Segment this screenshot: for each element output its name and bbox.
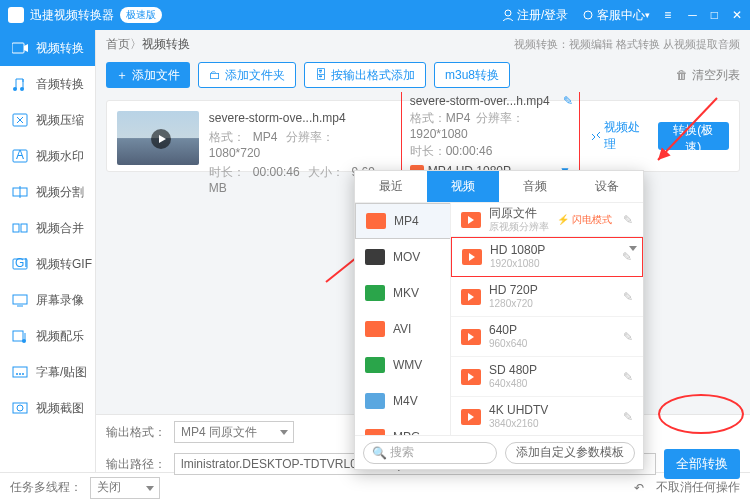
bgm-icon (12, 329, 28, 343)
format-item-mpg[interactable]: MPG (355, 419, 450, 435)
sidebar-item-merge[interactable]: 视频合并 (0, 210, 95, 246)
breadcrumb-desc: 视频转换：视频编辑 格式转换 从视频提取音频 (514, 37, 740, 52)
edit-preset-icon[interactable]: ✎ (623, 410, 633, 424)
format-icon (365, 285, 385, 301)
format-icon (365, 357, 385, 373)
svg-point-4 (20, 87, 24, 91)
search-input[interactable]: 🔍 搜索 (363, 442, 497, 464)
customer-service-button[interactable]: 客服中心▾ (582, 7, 650, 24)
preset-item[interactable]: 4K UHDTV3840x2160✎ (451, 397, 643, 435)
edit-preset-icon[interactable]: ✎ (623, 370, 633, 384)
file-name: severe-storm-ove...h.mp4 (209, 111, 391, 125)
menu-button[interactable]: ≡ (664, 8, 672, 22)
breadcrumb-home[interactable]: 首页 (106, 36, 130, 53)
svg-rect-16 (13, 331, 23, 341)
app-logo (8, 7, 24, 23)
undo-label: 不取消任何操作 (656, 479, 740, 496)
preset-icon (461, 369, 481, 385)
format-item-wmv[interactable]: WMV (355, 347, 450, 383)
output-format-select[interactable]: MP4 同原文件 (174, 421, 294, 443)
format-item-mkv[interactable]: MKV (355, 275, 450, 311)
preset-list: 同原文件原视频分辨率⚡ 闪电模式✎HD 1080P1920x1080✎HD 72… (451, 203, 643, 435)
m3u8-button[interactable]: m3u8转换 (434, 62, 510, 88)
svg-point-21 (22, 373, 24, 375)
sidebar-item-to-gif[interactable]: GIF视频转GIF (0, 246, 95, 282)
preset-item[interactable]: SD 480P640x480✎ (451, 357, 643, 397)
sidebar-item-split[interactable]: 视频分割 (0, 174, 95, 210)
svg-rect-14 (13, 295, 27, 304)
minimize-button[interactable]: ─ (688, 8, 697, 22)
format-item-m4v[interactable]: M4V (355, 383, 450, 419)
compress-icon (12, 113, 28, 127)
tab-audio[interactable]: 音频 (499, 171, 571, 202)
breadcrumb-current: 视频转换 (142, 36, 190, 53)
play-icon (151, 129, 171, 149)
format-icon (365, 393, 385, 409)
svg-point-0 (505, 10, 511, 16)
record-icon (12, 293, 28, 307)
svg-rect-2 (12, 43, 24, 53)
svg-point-3 (13, 87, 17, 91)
tab-recent[interactable]: 最近 (355, 171, 427, 202)
edit-preset-icon[interactable]: ✎ (623, 290, 633, 304)
sidebar-item-audio-convert[interactable]: 音频转换 (0, 66, 95, 102)
convert-button[interactable]: 转换(极速) (658, 122, 729, 150)
svg-point-1 (584, 11, 592, 19)
tab-video[interactable]: 视频 (427, 171, 499, 202)
format-item-mov[interactable]: MOV (355, 239, 450, 275)
convert-all-button[interactable]: 全部转换 (664, 449, 740, 479)
sidebar-item-screenshot[interactable]: 视频截图 (0, 390, 95, 426)
audio-icon (12, 77, 28, 91)
output-path-label: 输出路径： (106, 456, 166, 473)
video-thumbnail[interactable] (117, 111, 199, 165)
format-list: MP4MOVMKVAVIWMVM4VMPG (355, 203, 451, 435)
titlebar: 迅捷视频转换器 极速版 注册/登录 客服中心▾ ≡ ─ □ ✕ (0, 0, 750, 30)
output-format-label: 输出格式： (106, 424, 166, 441)
sidebar-item-screen-record[interactable]: 屏幕录像 (0, 282, 95, 318)
sidebar-item-subtitle[interactable]: 字幕/贴图 (0, 354, 95, 390)
maximize-button[interactable]: □ (711, 8, 718, 22)
format-icon (366, 213, 386, 229)
preset-item[interactable]: HD 720P1280x720✎ (451, 277, 643, 317)
search-icon: 🔍 (372, 446, 387, 460)
preset-item[interactable]: 640P960x640✎ (451, 317, 643, 357)
svg-text:GIF: GIF (15, 257, 28, 270)
add-folder-button[interactable]: 🗀 添加文件夹 (198, 62, 296, 88)
preset-icon (462, 249, 482, 265)
edit-output-name-icon[interactable]: ✎ (563, 94, 573, 108)
add-file-button[interactable]: ＋ 添加文件 (106, 62, 190, 88)
undo-icon: ↶ (634, 481, 644, 495)
svg-point-20 (19, 373, 21, 375)
preset-item[interactable]: 同原文件原视频分辨率⚡ 闪电模式✎ (451, 203, 643, 237)
add-by-format-button[interactable]: 🗄 按输出格式添加 (304, 62, 426, 88)
preset-icon (461, 329, 481, 345)
sidebar-item-watermark[interactable]: A视频水印 (0, 138, 95, 174)
clear-list-button[interactable]: 🗑清空列表 (676, 67, 740, 84)
register-login-button[interactable]: 注册/登录 (502, 7, 568, 24)
add-template-button[interactable]: 添加自定义参数模板 (505, 442, 635, 464)
edit-preset-icon[interactable]: ✎ (623, 213, 633, 227)
svg-point-19 (16, 373, 18, 375)
video-icon (12, 41, 28, 55)
preset-icon (461, 409, 481, 425)
format-icon (365, 249, 385, 265)
edition-badge: 极速版 (120, 7, 162, 23)
edit-preset-icon[interactable]: ✎ (623, 330, 633, 344)
sidebar-item-video-convert[interactable]: 视频转换 (0, 30, 95, 66)
format-item-avi[interactable]: AVI (355, 311, 450, 347)
task-thread-select[interactable]: 关闭 (90, 477, 160, 499)
format-item-mp4[interactable]: MP4 (355, 203, 451, 239)
tab-device[interactable]: 设备 (571, 171, 643, 202)
breadcrumb: 首页 〉 视频转换 视频转换：视频编辑 格式转换 从视频提取音频 (96, 30, 750, 58)
preset-item[interactable]: HD 1080P1920x1080✎ (451, 237, 643, 277)
svg-rect-11 (21, 224, 27, 232)
sidebar-item-video-compress[interactable]: 视频压缩 (0, 102, 95, 138)
video-process-button[interactable]: 视频处理 (590, 119, 648, 153)
edit-preset-icon[interactable]: ✎ (622, 250, 632, 264)
preset-icon (461, 212, 481, 228)
close-button[interactable]: ✕ (732, 8, 742, 22)
task-thread-label: 任务多线程： (10, 479, 82, 496)
trash-icon: 🗑 (676, 68, 688, 82)
format-icon (365, 429, 385, 435)
sidebar-item-bgm[interactable]: 视频配乐 (0, 318, 95, 354)
